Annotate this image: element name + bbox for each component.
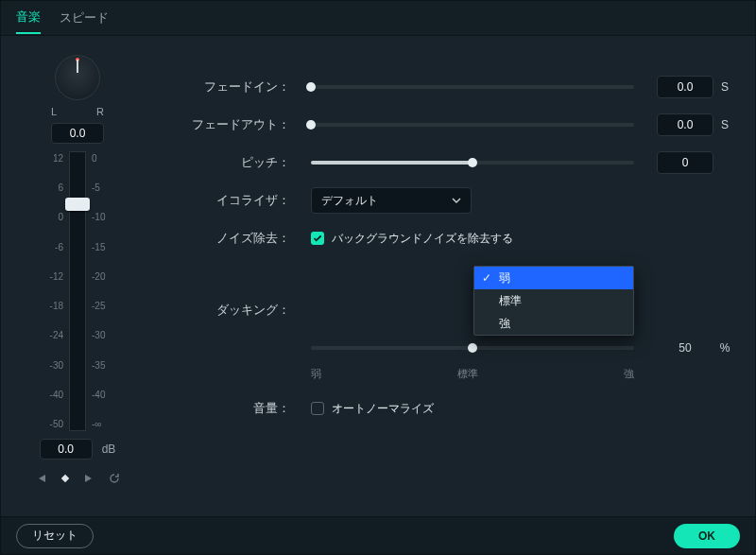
scale-tick: -30 bbox=[92, 330, 105, 340]
eq-select[interactable]: デフォルト bbox=[311, 187, 472, 214]
dropdown-option[interactable]: 強 bbox=[474, 312, 633, 335]
pitch-label: ピッチ： bbox=[152, 154, 294, 171]
strength-slider[interactable] bbox=[311, 346, 634, 350]
noise-checkbox[interactable] bbox=[311, 232, 324, 245]
scale-tick: -30 bbox=[50, 360, 63, 371]
autonormalize-checkbox[interactable] bbox=[311, 402, 324, 415]
dropdown-option-label: 強 bbox=[499, 316, 510, 332]
pan-and-meter-column: L R 0.0 1260-6-12-18-24-30-40-50 0-5-10-… bbox=[26, 51, 129, 509]
pan-l-label: L bbox=[51, 106, 57, 117]
volume-fader[interactable] bbox=[69, 151, 86, 431]
tick-mid: 標準 bbox=[457, 367, 478, 381]
reset-keyframes-icon[interactable] bbox=[109, 473, 120, 487]
db-value[interactable]: 0.0 bbox=[40, 439, 93, 460]
eq-row: イコライザ： デフォルト bbox=[152, 182, 736, 219]
dropdown-option[interactable]: 標準 bbox=[474, 289, 633, 312]
fadein-unit: S bbox=[713, 80, 736, 94]
controls-column: フェードイン： 0.0 S フェードアウト： 0.0 S bbox=[152, 51, 736, 509]
ducking-row: ダッキング： bbox=[152, 291, 736, 329]
fadeout-unit: S bbox=[713, 118, 736, 131]
pan-r-label: R bbox=[96, 106, 104, 117]
scale-tick: -15 bbox=[92, 242, 105, 252]
prev-keyframe-icon[interactable] bbox=[35, 473, 46, 487]
volume-row: 音量： オートノーマライズ bbox=[152, 390, 736, 427]
volume-label: 音量： bbox=[152, 400, 294, 417]
meter-right-scale: 0-5-10-15-20-25-30-35-40-∞ bbox=[86, 151, 112, 431]
chevron-down-icon bbox=[452, 196, 461, 205]
db-readout-row: 0.0 dB bbox=[40, 439, 116, 460]
fadein-row: フェードイン： 0.0 S bbox=[152, 68, 736, 106]
noise-checkbox-label: バックグラウンドノイズを除去する bbox=[332, 231, 513, 247]
meter-left-scale: 1260-6-12-18-24-30-40-50 bbox=[43, 151, 69, 431]
check-icon bbox=[313, 234, 322, 243]
scale-tick: -10 bbox=[92, 212, 105, 222]
strength-value: 50 bbox=[657, 337, 713, 359]
tab-music[interactable]: 音楽 bbox=[16, 2, 41, 34]
tick-high: 強 bbox=[624, 367, 634, 381]
fadeout-row: フェードアウト： 0.0 S bbox=[152, 106, 736, 144]
fadein-slider[interactable] bbox=[311, 85, 634, 89]
tab-bar: 音楽 スピード bbox=[1, 1, 755, 35]
noise-row: ノイズ除去： バックグラウンドノイズを除去する bbox=[152, 219, 736, 257]
scale-tick: 6 bbox=[58, 182, 63, 193]
fader-thumb[interactable] bbox=[65, 198, 90, 211]
dropdown-option-label: 弱 bbox=[499, 270, 510, 286]
ok-button[interactable]: OK bbox=[674, 524, 740, 548]
scale-tick: 12 bbox=[53, 153, 63, 164]
fadeout-slider[interactable] bbox=[311, 123, 634, 127]
dropdown-option[interactable]: ✓弱 bbox=[474, 267, 633, 289]
scale-tick: -40 bbox=[92, 390, 105, 400]
footer-bar: リセット OK bbox=[1, 516, 755, 554]
scale-tick: -18 bbox=[50, 301, 63, 311]
fadeout-label: フェードアウト： bbox=[152, 116, 294, 133]
scale-tick: 0 bbox=[92, 153, 97, 164]
scale-tick: -12 bbox=[50, 271, 63, 282]
scale-tick: -50 bbox=[50, 419, 63, 429]
volume-meter: 1260-6-12-18-24-30-40-50 0-5-10-15-20-25… bbox=[43, 151, 112, 431]
strength-unit: % bbox=[713, 341, 736, 355]
scale-tick: -25 bbox=[92, 301, 105, 311]
keyframe-controls bbox=[35, 473, 120, 487]
noise-label: ノイズ除去： bbox=[152, 230, 294, 247]
scale-tick: -6 bbox=[55, 242, 63, 252]
noise-strength-dropdown[interactable]: ✓弱標準強 bbox=[473, 266, 634, 336]
strength-ticks-row: 弱 標準 強 bbox=[152, 367, 736, 384]
pitch-value[interactable]: 0 bbox=[657, 151, 713, 174]
ducking-label: ダッキング： bbox=[152, 302, 294, 319]
scale-tick: -24 bbox=[50, 330, 63, 340]
scale-tick: 0 bbox=[58, 212, 63, 222]
tick-low: 弱 bbox=[311, 367, 321, 381]
pan-value[interactable]: 0.0 bbox=[51, 123, 104, 144]
eq-selected-value: デフォルト bbox=[321, 193, 378, 209]
scale-tick: -35 bbox=[92, 360, 105, 371]
eq-label: イコライザ： bbox=[152, 192, 294, 209]
pitch-row: ピッチ： 0 bbox=[152, 144, 736, 182]
keyframe-toggle-icon[interactable] bbox=[60, 473, 71, 487]
scale-tick: -∞ bbox=[92, 419, 101, 429]
reset-button[interactable]: リセット bbox=[16, 524, 94, 548]
check-icon: ✓ bbox=[482, 271, 493, 285]
tab-speed[interactable]: スピード bbox=[60, 2, 109, 34]
db-unit: dB bbox=[102, 442, 116, 456]
strength-row: 50 % bbox=[152, 329, 736, 367]
pan-lr-labels: L R bbox=[51, 106, 104, 117]
pan-knob[interactable] bbox=[55, 55, 100, 100]
dropdown-option-label: 標準 bbox=[499, 293, 522, 309]
scale-tick: -5 bbox=[92, 182, 100, 193]
scale-tick: -40 bbox=[50, 390, 63, 400]
scale-tick: -20 bbox=[92, 271, 105, 282]
fadein-value[interactable]: 0.0 bbox=[657, 76, 713, 98]
pitch-slider[interactable] bbox=[311, 161, 634, 165]
fadein-label: フェードイン： bbox=[152, 78, 294, 95]
next-keyframe-icon[interactable] bbox=[84, 473, 95, 487]
audio-panel: 音楽 スピード L R 0.0 1260-6-12-18-24-30-40-50… bbox=[0, 0, 756, 555]
svg-rect-0 bbox=[61, 475, 69, 482]
fadeout-value[interactable]: 0.0 bbox=[657, 113, 713, 136]
autonormalize-label: オートノーマライズ bbox=[332, 401, 434, 417]
panel-body: L R 0.0 1260-6-12-18-24-30-40-50 0-5-10-… bbox=[1, 35, 755, 516]
